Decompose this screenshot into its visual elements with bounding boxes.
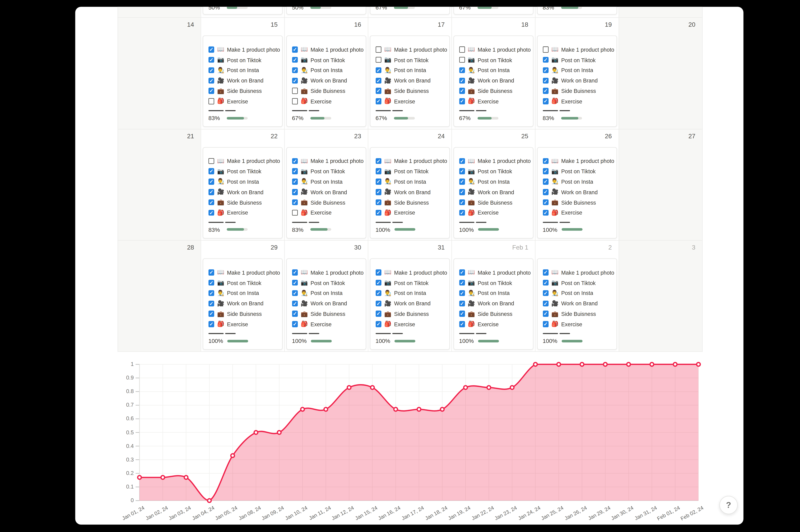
- checkbox-unchecked[interactable]: [208, 158, 215, 164]
- checkbox-unchecked[interactable]: [376, 46, 382, 53]
- checkbox-checked[interactable]: [208, 67, 215, 73]
- checkbox-checked[interactable]: [376, 290, 382, 296]
- checkbox-checked[interactable]: [376, 200, 382, 205]
- checkbox-checked[interactable]: [459, 168, 465, 174]
- checkbox-checked[interactable]: [208, 321, 215, 327]
- checkbox-checked[interactable]: [543, 200, 549, 205]
- checkbox-checked[interactable]: [543, 321, 549, 327]
- habit-card[interactable]: 📖Make 1 product photo c📷Post on Tiktok👨‍…: [286, 36, 366, 127]
- checkbox-checked[interactable]: [376, 67, 382, 73]
- checkbox-checked[interactable]: [459, 200, 465, 205]
- checkbox-checked[interactable]: [543, 67, 549, 73]
- checkbox-checked[interactable]: [292, 179, 298, 185]
- checkbox-unchecked[interactable]: [543, 46, 549, 53]
- checkbox-checked[interactable]: [376, 280, 382, 286]
- habit-card[interactable]: 📖Make 1 product photo c📷Post on Tiktok👨‍…: [286, 258, 366, 349]
- checkbox-checked[interactable]: [292, 168, 298, 174]
- checkbox-checked[interactable]: [459, 210, 465, 216]
- checkbox-checked[interactable]: [459, 280, 465, 286]
- checkbox-checked[interactable]: [208, 168, 215, 174]
- checkbox-checked[interactable]: [292, 67, 298, 73]
- checkbox-checked[interactable]: [376, 158, 382, 164]
- checkbox-checked[interactable]: [208, 210, 215, 216]
- habit-card[interactable]: 📖Make 1 product photo c📷Post on Tiktok👨‍…: [537, 258, 617, 349]
- checkbox-checked[interactable]: [208, 290, 215, 296]
- checkbox-checked[interactable]: [292, 269, 298, 276]
- checkbox-checked[interactable]: [459, 300, 465, 306]
- checkbox-checked[interactable]: [376, 300, 382, 306]
- checkbox-checked[interactable]: [459, 321, 465, 327]
- habit-card[interactable]: 50%: [286, 7, 366, 15]
- checkbox-checked[interactable]: [543, 88, 549, 94]
- checkbox-checked[interactable]: [376, 98, 382, 104]
- checkbox-checked[interactable]: [376, 210, 382, 216]
- checkbox-checked[interactable]: [543, 189, 549, 195]
- habit-card[interactable]: 📖Make 1 product photo c📷Post on Tiktok👨‍…: [453, 147, 533, 238]
- checkbox-checked[interactable]: [376, 88, 382, 94]
- checkbox-checked[interactable]: [459, 78, 465, 83]
- checkbox-checked[interactable]: [208, 46, 215, 53]
- checkbox-checked[interactable]: [543, 280, 549, 286]
- checkbox-checked[interactable]: [292, 321, 298, 327]
- checkbox-checked[interactable]: [376, 179, 382, 185]
- checkbox-checked[interactable]: [292, 158, 298, 164]
- habit-card[interactable]: 📖Make 1 product photo c📷Post on Tiktok👨‍…: [537, 147, 617, 238]
- habit-card[interactable]: 50%: [203, 7, 283, 15]
- habit-card[interactable]: 📖Make 1 product photo c📷Post on Tiktok👨‍…: [453, 36, 533, 127]
- checkbox-checked[interactable]: [208, 200, 215, 205]
- habit-card[interactable]: 📖Make 1 product photo c📷Post on Tiktok👨‍…: [286, 147, 366, 238]
- checkbox-checked[interactable]: [292, 57, 298, 63]
- habit-card[interactable]: 📖Make 1 product photo c📷Post on Tiktok👨‍…: [203, 147, 283, 238]
- checkbox-unchecked[interactable]: [292, 210, 298, 216]
- checkbox-checked[interactable]: [543, 269, 549, 276]
- checkbox-checked[interactable]: [543, 179, 549, 185]
- checkbox-checked[interactable]: [459, 88, 465, 94]
- checkbox-checked[interactable]: [543, 158, 549, 164]
- habit-card[interactable]: 📖Make 1 product photo c📷Post on Tiktok👨‍…: [370, 36, 450, 127]
- checkbox-checked[interactable]: [543, 168, 549, 174]
- habit-card[interactable]: 📖Make 1 product photo c📷Post on Tiktok👨‍…: [203, 36, 283, 127]
- checkbox-checked[interactable]: [292, 290, 298, 296]
- checkbox-checked[interactable]: [459, 269, 465, 276]
- checkbox-checked[interactable]: [292, 189, 298, 195]
- checkbox-checked[interactable]: [543, 210, 549, 216]
- checkbox-checked[interactable]: [292, 311, 298, 317]
- checkbox-checked[interactable]: [208, 269, 215, 276]
- habit-card[interactable]: 📖Make 1 product photo c📷Post on Tiktok👨‍…: [537, 36, 617, 127]
- checkbox-checked[interactable]: [459, 189, 465, 195]
- habit-card[interactable]: 📖Make 1 product photo c📷Post on Tiktok👨‍…: [453, 258, 533, 349]
- checkbox-checked[interactable]: [376, 168, 382, 174]
- checkbox-checked[interactable]: [376, 321, 382, 327]
- checkbox-checked[interactable]: [292, 46, 298, 53]
- checkbox-unchecked[interactable]: [292, 88, 298, 94]
- checkbox-checked[interactable]: [376, 269, 382, 276]
- checkbox-checked[interactable]: [292, 200, 298, 205]
- checkbox-unchecked[interactable]: [292, 98, 298, 104]
- checkbox-checked[interactable]: [292, 300, 298, 306]
- checkbox-checked[interactable]: [459, 158, 465, 164]
- habit-card[interactable]: 83%: [537, 7, 617, 15]
- checkbox-checked[interactable]: [543, 98, 549, 104]
- checkbox-unchecked[interactable]: [208, 98, 215, 104]
- checkbox-unchecked[interactable]: [459, 46, 465, 53]
- checkbox-checked[interactable]: [208, 179, 215, 185]
- checkbox-checked[interactable]: [208, 88, 215, 94]
- habit-card[interactable]: 📖Make 1 product photo c📷Post on Tiktok👨‍…: [203, 258, 283, 349]
- checkbox-checked[interactable]: [459, 179, 465, 185]
- checkbox-checked[interactable]: [543, 78, 549, 83]
- checkbox-checked[interactable]: [376, 78, 382, 83]
- habit-card[interactable]: 📖Make 1 product photo c📷Post on Tiktok👨‍…: [370, 258, 450, 349]
- checkbox-checked[interactable]: [459, 290, 465, 296]
- habit-card[interactable]: 📖Make 1 product photo c📷Post on Tiktok👨‍…: [370, 147, 450, 238]
- checkbox-checked[interactable]: [543, 57, 549, 63]
- habit-card[interactable]: 67%: [370, 7, 450, 15]
- checkbox-unchecked[interactable]: [459, 57, 465, 63]
- checkbox-checked[interactable]: [459, 98, 465, 104]
- checkbox-checked[interactable]: [208, 300, 215, 306]
- checkbox-checked[interactable]: [459, 67, 465, 73]
- checkbox-checked[interactable]: [208, 189, 215, 195]
- checkbox-checked[interactable]: [292, 280, 298, 286]
- checkbox-unchecked[interactable]: [376, 57, 382, 63]
- checkbox-checked[interactable]: [543, 300, 549, 306]
- checkbox-checked[interactable]: [208, 280, 215, 286]
